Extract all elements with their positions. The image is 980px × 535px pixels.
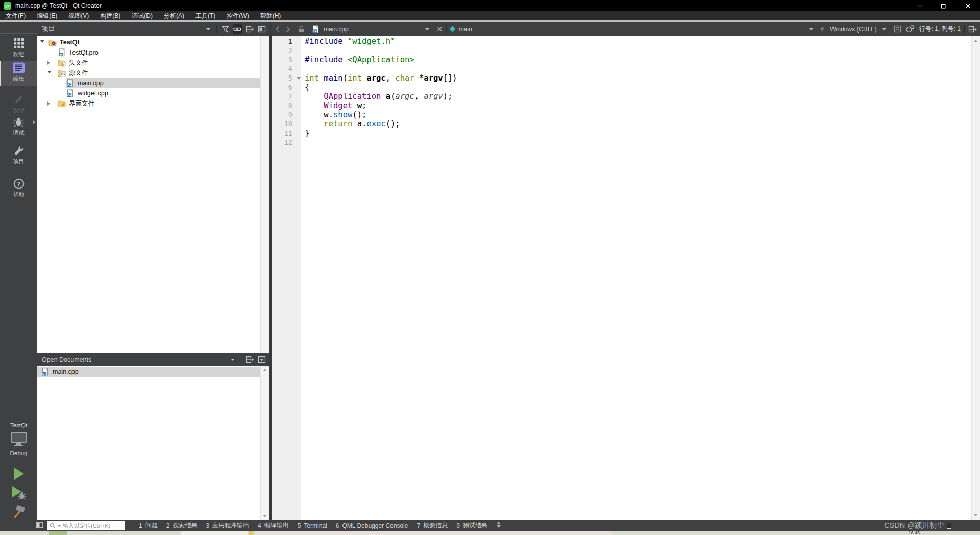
code-text: } (305, 129, 309, 138)
menu-tools[interactable]: 工具(T) (190, 11, 221, 20)
menu-window[interactable]: 控件(W) (221, 11, 254, 20)
output-pane-summary[interactable]: 7概要信息 (416, 521, 448, 530)
code-line-10[interactable]: 10 return a.exec(); (272, 119, 971, 129)
split-panel-icon[interactable] (245, 24, 254, 34)
expanded-arrow-icon[interactable] (40, 40, 44, 43)
tree-item-testqt-pro[interactable]: qtTestQt.pro (37, 47, 269, 58)
open-document-label: main.cpp (53, 368, 79, 375)
file-properties-icon[interactable] (905, 25, 914, 33)
code-line-8[interactable]: 8 Widget w; (272, 101, 971, 110)
output-pane-compile-output[interactable]: 4编译输出 (258, 521, 289, 530)
open-file-name[interactable]: main.cpp (324, 26, 349, 33)
menu-help[interactable]: 帮助(H) (255, 11, 287, 20)
mode-expand-arrow-icon[interactable] (33, 120, 36, 124)
line-number: 11 (272, 129, 292, 138)
start-debugging-button[interactable] (0, 485, 37, 502)
mode-projects[interactable]: 项目 (0, 143, 37, 168)
minimize-icon[interactable] (908, 0, 932, 11)
build-button[interactable] (0, 505, 37, 521)
file-dropdown-icon[interactable] (425, 28, 429, 30)
fold-marker-icon[interactable] (297, 77, 301, 80)
line-ending-selector[interactable]: Windows (CRLF) (830, 26, 876, 33)
code-line-4[interactable]: 4 (272, 64, 971, 73)
mode-debug[interactable]: 调试 (0, 115, 37, 139)
output-pane-terminal[interactable]: 5Terminal (298, 522, 327, 529)
close-panel-icon[interactable] (257, 355, 266, 364)
code-line-3[interactable]: 3#include <QApplication> (272, 55, 971, 64)
projects-panel-title: 项目 (42, 24, 55, 33)
code-editor[interactable]: 1#include "widget.h"23#include <QApplica… (272, 36, 980, 520)
mode-edit[interactable]: 编辑 (0, 61, 37, 86)
tree-item-forms[interactable]: 界面文件 (37, 98, 269, 109)
panel-mode-dropdown-icon[interactable] (204, 24, 213, 34)
search-options-icon[interactable] (57, 525, 61, 527)
sync-with-editor-icon[interactable] (233, 24, 242, 34)
code-line-7[interactable]: 7 QApplication a(argc, argv); (272, 92, 971, 101)
code-line-9[interactable]: 9 w.show(); (272, 110, 971, 119)
close-document-icon[interactable] (437, 26, 443, 32)
code-area[interactable]: 1#include "widget.h"23#include <QApplica… (272, 37, 971, 147)
code-line-5[interactable]: 5int main(int argc, char *argv[]) (272, 73, 971, 83)
encoding-indicator[interactable]: # (821, 26, 824, 33)
filter-icon[interactable] (220, 24, 230, 34)
output-panes-updown-icon[interactable] (496, 521, 501, 530)
output-pane-application-output[interactable]: 3应用程序输出 (206, 521, 249, 530)
symbol-dropdown-icon[interactable] (809, 28, 813, 30)
code-line-12[interactable]: 12 (272, 138, 971, 147)
go-forward-icon[interactable] (286, 26, 290, 32)
pane-number: 9 (456, 522, 460, 529)
close-panel-icon[interactable] (257, 24, 266, 34)
split-panel-icon[interactable] (245, 355, 254, 364)
menu-edit[interactable]: 编辑(E) (31, 11, 63, 20)
tree-item-headers[interactable]: h头文件 (37, 58, 269, 68)
output-pane-issues[interactable]: 1问题 (139, 521, 158, 530)
tree-item-main-cpp[interactable]: C+main.cpp (37, 78, 269, 88)
kit-separator (0, 418, 37, 418)
expanded-arrow-icon[interactable] (47, 71, 52, 73)
collapsed-arrow-icon[interactable] (47, 101, 50, 106)
mode-welcome[interactable]: 欢迎 (0, 36, 37, 61)
document-info-icon[interactable] (894, 25, 901, 33)
toggle-left-sidebar-icon[interactable] (36, 522, 43, 530)
go-back-icon[interactable] (275, 26, 280, 32)
lock-icon[interactable] (298, 25, 305, 33)
code-line-1[interactable]: 1#include "widget.h" (272, 37, 971, 46)
open-documents-scrollbar[interactable] (260, 366, 269, 520)
tree-item-content: qtTestQt.pro (58, 47, 260, 58)
kit-selector[interactable] (0, 431, 37, 447)
code-line-2[interactable]: 2 (272, 46, 971, 55)
tree-item-testqt[interactable]: TestQt (37, 37, 269, 47)
tree-item-sources[interactable]: C+源文件 (37, 68, 269, 78)
line-number: 8 (272, 101, 292, 110)
restore-icon[interactable] (932, 0, 956, 11)
locator-search[interactable] (47, 521, 125, 530)
cpp-file-icon: C+ (41, 368, 50, 376)
menu-analyze[interactable]: 分析(A) (158, 11, 190, 20)
output-pane-test-results[interactable]: 9测试结果 (456, 521, 487, 530)
mode-help[interactable]: ?帮助 (0, 176, 37, 201)
project-tree-scrollbar[interactable] (260, 36, 269, 353)
run-button[interactable] (0, 467, 37, 483)
output-pane-search-results[interactable]: 2搜索结果 (166, 521, 198, 530)
tree-item-content: h头文件 (58, 58, 260, 68)
close-icon[interactable] (956, 0, 980, 11)
locator-input[interactable] (63, 523, 122, 529)
editor-scrollbar[interactable] (971, 36, 980, 520)
code-line-11[interactable]: 11} (272, 129, 971, 138)
panel-mode-dropdown-icon[interactable] (228, 355, 237, 364)
tree-item-label: 界面文件 (69, 99, 94, 108)
line-ending-dropdown-icon[interactable] (882, 28, 886, 30)
split-editor-icon[interactable] (968, 26, 977, 33)
tree-item-widget-cpp[interactable]: C+widget.cpp (37, 88, 269, 98)
menu-debug[interactable]: 调试(D) (126, 11, 158, 20)
menu-view[interactable]: 视图(V) (63, 11, 94, 20)
menu-build[interactable]: 构建(B) (94, 11, 126, 20)
menu-file[interactable]: 文件(F) (0, 11, 31, 20)
fold-margin (292, 46, 305, 55)
current-symbol[interactable]: main (459, 26, 472, 33)
open-document-main-cpp[interactable]: C+main.cpp (37, 367, 260, 377)
collapsed-arrow-icon[interactable] (47, 61, 50, 65)
output-pane-qml-debugger-console[interactable]: 6QML Debugger Console (336, 522, 408, 529)
pane-label: 搜索结果 (173, 521, 197, 530)
code-line-6[interactable]: 6{ (272, 83, 971, 92)
